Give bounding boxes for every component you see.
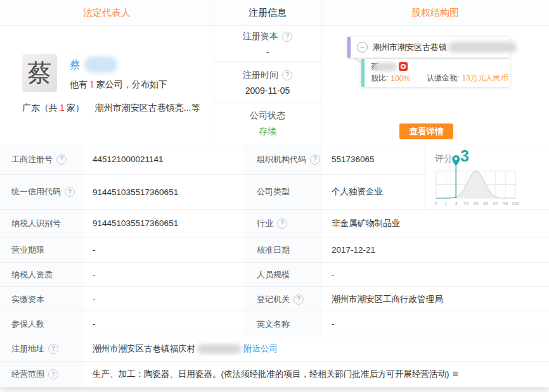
nearby-companies-link[interactable]: 附近公司 [243,343,278,355]
summary-suffix: 家公司，分布如下 [96,79,167,89]
capital-value: - [266,47,269,57]
collapse-icon[interactable]: − [357,42,368,53]
table-value-cell: 2017-12-21 [321,237,549,263]
capital-label: 注册资本 [243,31,278,42]
svg-text:0: 0 [435,201,437,206]
region-count: 1 [58,103,67,113]
legal-rep-name-row: 蔡 [70,56,117,73]
section-header: 股权结构图 [321,0,549,26]
table-value: - [93,319,96,329]
ratio-value: 100% [391,74,410,83]
companies-summary: 他有1家公司，分布如下 [70,79,167,91]
region-suffix: 家） [67,103,84,113]
censored-name-blur [84,56,117,73]
table-label-cell: 注册地址? [0,336,82,362]
table-value: - [93,245,96,255]
table-label-cell: 统一信用代码? [0,175,82,210]
score-chart-cell: 评分 3 0131550859799100 [426,144,549,210]
company-info-panel: 法定代表人 蔡 蔡 他有1家公司，分布如下 广东（共1家） 潮州市潮安区古巷镇亮… [0,0,549,388]
tab-registration-info[interactable]: 注册信息 [249,7,287,19]
table-label: 英文名称 [257,319,290,330]
table-label: 纳税人识别号 [11,218,61,229]
help-icon[interactable]: ? [282,70,292,80]
help-icon[interactable]: ? [282,32,292,42]
table-value-cell: 914451035517360651 [82,210,245,237]
company-detail-table: 工商注册号?445121000021141组织机构代码?551736065 评分… [0,144,549,388]
table-value: 914451035517360651 [93,187,178,197]
table-label-cell: 参保人数 [0,312,82,336]
table-label: 统一信用代码 [11,186,61,198]
help-icon[interactable]: ? [56,155,67,165]
table-label-cell: 公司类型 [245,175,321,210]
table-label-cell: 纳税人识别号 [0,210,82,237]
svg-text:97: 97 [493,201,498,206]
table-value: 2017-12-21 [332,245,375,255]
help-icon[interactable]: ? [277,218,287,229]
table-label: 营业期限 [11,244,44,256]
table-label-cell: 经营范围? [0,362,82,388]
score-head: 评分 3 [435,147,469,165]
amount-label: 认缴金额: [427,73,459,84]
equity-shareholder-node: 蔡 股比: 100% 认缴金额: 13万元人民币 [361,59,510,87]
region-summary: 广东（共1家） [22,103,84,114]
equity-structure-section: 股权结构图 − 潮州市潮安区古巷镇 蔡 [321,0,549,144]
shareholder-name-row: 蔡 [371,62,408,71]
parent-company-name: 潮州市潮安区古巷镇 [373,42,447,53]
section-header: 注册信息 [214,0,321,26]
table-value-cell: - [82,263,245,287]
table-label: 实缴资本 [11,294,44,305]
ratio-label: 股比: [371,73,388,84]
help-icon[interactable]: ? [48,344,58,354]
table-value: - [332,270,335,279]
company-ref: 潮州市潮安区古巷镇亮...等 [95,103,200,114]
avatar-char: 蔡 [28,57,52,89]
help-icon[interactable]: ? [65,187,75,197]
table-value: 445121000021141 [93,155,164,164]
table-value-cell: 445121000021141 [82,144,245,175]
legal-rep-name-link[interactable]: 蔡 [70,58,81,72]
legal-representative-section: 法定代表人 蔡 蔡 他有1家公司，分布如下 广东（共1家） 潮州市潮安区古巷镇亮… [0,0,214,144]
table-value: - [93,270,96,279]
table-value-cell: 非金属矿物制品业 [321,210,549,237]
summary-prefix: 他有 [70,79,87,89]
expand-icon[interactable]: ≡ [453,369,458,380]
date-label: 注册时间 [243,70,278,81]
table-label-cell: 核准日期 [245,237,321,263]
help-icon[interactable]: ? [294,294,304,305]
tab-legal-representative[interactable]: 法定代表人 [83,7,131,19]
table-label: 行业 [257,218,273,229]
svg-text:100: 100 [512,201,520,206]
top-section: 法定代表人 蔡 蔡 他有1家公司，分布如下 广东（共1家） 潮州市潮安区古巷镇亮… [0,0,549,144]
table-label-cell: 工商注册号? [0,144,82,175]
table-label: 公司类型 [257,186,290,198]
registration-date-cell: 注册时间 ? 2009-11-05 [214,62,321,103]
equity-parent-node: − 潮州市潮安区古巷镇 [347,37,510,58]
help-icon[interactable]: ? [48,369,58,379]
table-label: 核准日期 [257,244,290,256]
tab-equity-structure[interactable]: 股权结构图 [411,7,459,19]
table-value-cell: - [321,312,549,336]
table-label: 经营范围 [11,369,44,380]
table-value: 551736065 [332,155,375,164]
censored-text-blur [373,63,397,71]
score-value: 3 [460,147,469,165]
score-label: 评分 [435,153,453,165]
shareholder-badge-icon [399,62,408,71]
help-icon[interactable]: ? [310,155,320,165]
table-label-cell: 行业? [245,210,321,237]
svg-text:50: 50 [473,201,478,206]
region-row: 广东（共1家） 潮州市潮安区古巷镇亮...等 [22,103,200,114]
svg-text:15: 15 [463,201,468,206]
table-value-cell: 914451035517360651 [82,175,245,210]
scope-text: 生产、加工：陶瓷器、日用瓷器。(依法须经批准的项目，经相关部门批准后方可开展经营… [93,369,449,380]
view-details-button[interactable]: 查看详情 [399,123,453,139]
address-text: 潮州市潮安区古巷镇福庆村 [93,343,195,355]
table-value-cell: 潮州市潮安区古巷镇福庆村附近公司 [82,336,549,362]
table-label: 登记机关 [257,294,290,305]
avatar: 蔡 [22,54,57,92]
table-label: 纳税人资质 [11,269,53,281]
table-label-cell: 实缴资本 [0,287,82,312]
status-label: 公司状态 [250,110,285,122]
registration-info-section: 注册信息 注册资本 ? - 注册时间 ? 2009-11-05 公司状态 [214,0,321,144]
table-label-cell: 英文名称 [245,312,321,336]
